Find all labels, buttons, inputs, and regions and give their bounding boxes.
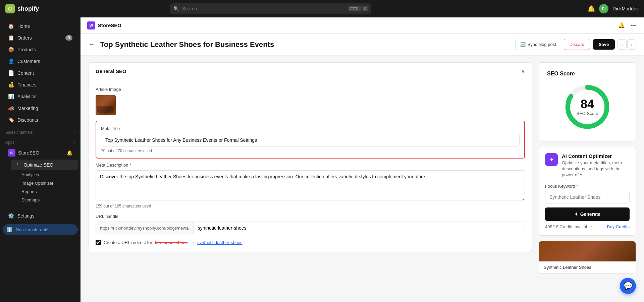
sidebar-item-products[interactable]: 📦 Products: [3, 44, 78, 55]
sidebar-item-storeseo[interactable]: W StoreSEO 🔔: [3, 146, 78, 159]
content-icon: 📄: [8, 70, 14, 76]
info-icon: ℹ️: [7, 227, 12, 232]
focus-keyword-label: Focus Keyword *: [545, 184, 630, 189]
sidebar: 🏠 Home 📋 Orders 9 📦 Products 👤 Customers…: [0, 17, 80, 302]
meta-title-section: Meta Title 70 out of 70 characters used: [96, 121, 525, 159]
apps-section[interactable]: Apps ›: [0, 136, 80, 146]
page-title: Top Synthetic Leather Shoes for Business…: [100, 40, 510, 49]
customers-icon: 👤: [8, 58, 14, 64]
product-thumb-image: [539, 241, 636, 261]
back-button[interactable]: ←: [89, 41, 95, 48]
article-image-label: Article Image: [96, 87, 525, 92]
chat-button[interactable]: 💬: [620, 278, 636, 294]
sidebar-item-optimize-seo[interactable]: └ Optimize SEO: [11, 160, 78, 170]
optimize-seo-indent: └: [16, 163, 19, 167]
focus-keyword-required: *: [576, 184, 578, 189]
general-seo-header: General SEO ∧: [89, 63, 532, 80]
meta-title-input[interactable]: [101, 134, 520, 146]
sidebar-item-non-transferable[interactable]: ℹ️ Non-transferable: [3, 224, 78, 235]
side-panel: SEO Score 84 SEO Score: [539, 62, 636, 274]
sidebar-item-discounts[interactable]: 🏷️ Discounts: [3, 114, 78, 126]
url-handle-label: URL handle: [96, 214, 525, 219]
sidebar-item-image-optimizer[interactable]: Image Optimizer: [11, 179, 80, 187]
sidebar-item-analytics-sub[interactable]: Analytics: [11, 171, 80, 179]
sidebar-item-analytics[interactable]: 📊 Analytics: [3, 91, 78, 102]
product-image: [539, 241, 636, 261]
search-icon: 🔍: [173, 6, 179, 11]
credits-row: 4982.8 Credits available Buy Credits: [545, 224, 630, 229]
save-button[interactable]: Save: [593, 39, 615, 50]
more-icon-btn[interactable]: •••: [629, 21, 637, 30]
ai-icon: ✦: [545, 153, 558, 166]
non-transferable-label: Non-transferable: [16, 227, 48, 232]
app-body: 🏠 Home 📋 Orders 9 📦 Products 👤 Customers…: [0, 17, 644, 302]
sidebar-item-marketing[interactable]: 📣 Marketing: [3, 103, 78, 114]
redirect-label: Create a URL redirect for: [104, 240, 152, 245]
sidebar-item-content[interactable]: 📄 Content: [3, 67, 78, 79]
storeseo-bell-icon[interactable]: 🔔: [67, 150, 72, 156]
sidebar-item-orders[interactable]: 📋 Orders 9: [3, 32, 78, 44]
prev-arrow-button[interactable]: ‹: [618, 39, 626, 50]
meta-desc-required: *: [129, 163, 131, 168]
main-panel: General SEO ∧ Article Image: [89, 62, 532, 274]
page-body: General SEO ∧ Article Image: [80, 56, 644, 280]
sidebar-label-customers: Customers: [17, 59, 40, 64]
username: RickMortdev: [612, 6, 639, 11]
chat-icon: 💬: [624, 282, 633, 290]
meta-description-field: Meta Description * Discover the top Synt…: [96, 163, 525, 208]
meta-description-input[interactable]: Discover the top Synthetic Leather Shoes…: [96, 170, 525, 200]
focus-keyword-input[interactable]: [545, 191, 630, 203]
settings-icon: ⚙️: [8, 213, 14, 219]
search-input[interactable]: [170, 3, 371, 14]
sidebar-item-settings[interactable]: ⚙️ Settings: [3, 210, 78, 222]
page-header: ← Top Synthetic Leather Shoes for Busine…: [80, 34, 644, 56]
seo-score-label: SEO Score: [576, 111, 598, 116]
keyboard-shortcut: CTRL K: [348, 6, 368, 11]
sidebar-item-finances[interactable]: 💰 Finances: [3, 79, 78, 90]
discard-button[interactable]: Discard: [564, 39, 590, 50]
ai-text: AI Content Optimizer Optimize your meta …: [562, 153, 630, 178]
general-seo-title: General SEO: [96, 68, 126, 74]
product-thumb-card: Synthetic Leather Shoes: [539, 241, 636, 274]
sales-channels-section[interactable]: Sales channels ›: [0, 126, 80, 136]
analytics-icon: 📊: [8, 94, 14, 100]
buy-credits-link[interactable]: Buy Credits: [607, 224, 630, 229]
sidebar-item-sitemaps[interactable]: Sitemaps: [11, 196, 80, 204]
sidebar-label-marketing: Marketing: [17, 106, 38, 111]
marketing-icon: 📣: [8, 105, 14, 111]
generate-button[interactable]: ✦ Generate: [545, 207, 630, 221]
shopify-icon: ⬡: [5, 4, 15, 13]
next-arrow-button[interactable]: ›: [627, 39, 636, 50]
optimize-seo-label: Optimize SEO: [24, 162, 54, 168]
url-slug-input[interactable]: [194, 222, 525, 234]
bell-icon-btn[interactable]: 🔔: [617, 21, 626, 30]
sidebar-item-home[interactable]: 🏠 Home: [3, 20, 78, 32]
redirect-from: top-formal-shoes: [155, 240, 188, 245]
shortcut-k: K: [362, 6, 368, 11]
app-header: W StoreSEO 🔔 •••: [80, 17, 644, 34]
seo-score-donut: 84 SEO Score: [564, 83, 611, 130]
sidebar-item-reports[interactable]: Reports: [11, 187, 80, 196]
storeseo-icon: W: [8, 149, 15, 157]
finances-icon: 💰: [8, 82, 14, 88]
app-header-actions: 🔔 •••: [617, 21, 637, 30]
meta-title-char-count: 70 out of 70 characters used: [101, 148, 520, 153]
url-handle-field: URL handle https://rickmortdev.myshopify…: [96, 214, 525, 234]
redirect-arrow-icon: →: [190, 240, 195, 245]
generate-sparkle-icon: ✦: [574, 212, 578, 217]
meta-desc-char-count: 159 out of 165 characters used: [96, 204, 525, 208]
shortcut-ctrl: CTRL: [348, 6, 361, 11]
home-icon: 🏠: [8, 23, 14, 29]
ai-optimizer-card: ✦ AI Content Optimizer Optimize your met…: [539, 147, 636, 236]
redirect-checkbox[interactable]: [96, 240, 101, 245]
sidebar-item-customers[interactable]: 👤 Customers: [3, 56, 78, 67]
notifications-icon[interactable]: 🔔: [588, 5, 595, 12]
sidebar-label-content: Content: [17, 70, 34, 76]
sync-blog-post-button[interactable]: 🔄 Sync blog post: [515, 39, 561, 50]
sidebar-label-discounts: Discounts: [17, 117, 38, 123]
collapse-button[interactable]: ∧: [521, 68, 525, 74]
ai-description: Optimize your meta titles, meta descript…: [562, 160, 630, 178]
article-image-thumb[interactable]: [96, 95, 116, 115]
app-header-title: StoreSEO: [98, 22, 121, 28]
app-logo-icon: W: [87, 21, 95, 29]
